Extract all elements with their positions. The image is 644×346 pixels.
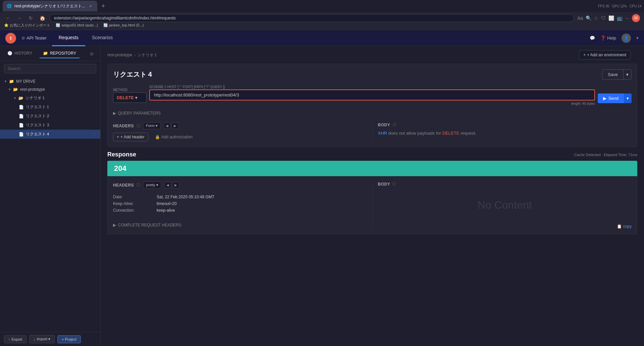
save-button[interactable]: Save [602, 69, 624, 80]
help-label: Help [607, 36, 616, 41]
headers-format-select[interactable]: Form ▾ [143, 122, 161, 129]
request-title-row: リクエスト４ Save ▾ [113, 69, 632, 80]
query-params-toggle[interactable]: ▶ QUERY PARAMETERS [113, 110, 632, 117]
add-header-button[interactable]: + + Add header [113, 133, 148, 141]
request1-file-icon: 📄 [19, 105, 24, 110]
headers-section-header: HEADERS ⓘ Form ▾ ◀ ▶ [113, 122, 367, 129]
refresh-button[interactable]: ↻ [27, 14, 35, 22]
share-icon[interactable]: ⬜ [608, 15, 614, 21]
request4-file-icon: 📄 [19, 132, 24, 137]
tab-scenarios[interactable]: Scenarios [85, 30, 119, 46]
import-button[interactable]: ↓ Import ▾ [29, 335, 55, 343]
complete-request-headers: ▶ COMPLETE REQUEST HEADERS [113, 221, 367, 229]
breadcrumb-rest-prototype[interactable]: rest-prototype [107, 53, 132, 57]
search-input[interactable] [4, 64, 96, 73]
send-arrow-icon: ▶ [603, 96, 606, 101]
request2-file-icon: 📄 [19, 114, 24, 119]
url-input[interactable] [149, 89, 595, 100]
main-layout: 🕐 HISTORY 📁 REPOSITORY ⊙ ▼ 📁 MY DRIVE [0, 46, 644, 346]
my-drive-icon: 📁 [9, 79, 14, 84]
url-length: length: 45 bytes [149, 102, 595, 106]
lock-icon: 🔒 [155, 135, 160, 139]
bookmark-seigyo[interactable]: 🔄 seigyo01.html (auto...) [56, 23, 98, 27]
content-area: rest-prototype › シナリオ１ + + Add an enviro… [101, 46, 644, 346]
response-headers: HEADERS ⓘ pretty ▾ ◀ ▶ [113, 182, 367, 229]
arrow-left-button[interactable]: ◀ [163, 123, 171, 129]
breadcrumb-scenario1[interactable]: シナリオ１ [138, 52, 158, 58]
active-tab[interactable]: 🌐 rest-prototype/シナリオ１/リクエスト... ✕ [3, 1, 97, 11]
request4-more-icon[interactable]: ⋮ [93, 132, 96, 136]
star-icon[interactable]: ☆ [594, 15, 598, 21]
header-val-keepalive: timeout=20 [157, 201, 177, 206]
bookmark-import[interactable]: ⭐ お気に入りのインポート [4, 23, 50, 28]
save-dropdown-button[interactable]: ▾ [624, 69, 632, 80]
response-body-info-icon[interactable]: ⓘ [392, 182, 396, 187]
help-button[interactable]: ❓ Help [600, 36, 616, 41]
tree-request1[interactable]: 📄 リクエスト１ [0, 102, 100, 112]
tab-close-button[interactable]: ✕ [88, 3, 93, 9]
copy-button[interactable]: 📋 copy [617, 224, 632, 229]
breadcrumb-area: rest-prototype › シナリオ１ + + Add an enviro… [101, 46, 644, 60]
body-info-icon[interactable]: ⓘ [393, 122, 396, 127]
tree-request4[interactable]: 📄 リクエスト４ ⋮ [0, 130, 100, 139]
header-key-connection: Connection: [113, 208, 157, 213]
sidebar-tab-repository[interactable]: 📁 REPOSITORY [40, 49, 79, 58]
rest-prototype-label: rest-prototype [20, 87, 45, 92]
body-message-post: request. [461, 131, 476, 136]
home-button[interactable]: 🏠 [38, 14, 46, 22]
new-tab-button[interactable]: + [99, 1, 108, 11]
new-project-button[interactable]: + Project [57, 335, 81, 343]
headers-info-icon[interactable]: ⓘ [137, 123, 140, 128]
request-title: リクエスト４ [113, 70, 602, 79]
response-headers-info-icon[interactable]: ⓘ [137, 183, 140, 188]
arrow-nav: ◀ ▶ [163, 123, 179, 129]
response-arrow-left-button[interactable]: ◀ [164, 182, 171, 188]
app-name-icon: ⚙ [21, 36, 25, 41]
header-val-date: Sat, 22 Feb 2025 05:10:48 GMT [157, 195, 214, 199]
tree-request3[interactable]: 📄 リクエスト３ [0, 121, 100, 130]
tree-request2[interactable]: 📄 リクエスト２ [0, 112, 100, 121]
more-icon[interactable]: ··· [625, 15, 629, 21]
zoom-icon[interactable]: 🔍 [586, 15, 591, 21]
tab-bar: 🌐 rest-prototype/シナリオ１/リクエスト... ✕ + FPS … [0, 0, 644, 12]
translate-icon[interactable]: Aa [577, 15, 583, 21]
cast-icon[interactable]: 📺 [617, 15, 623, 21]
fps-info: FPS 30 GPU 12% CPU 14 [598, 4, 641, 8]
tree-scenario1[interactable]: ▼ 📂 シナリオ１ [0, 93, 100, 102]
tree-rest-prototype[interactable]: ▼ 📂 rest-prototype [0, 85, 100, 93]
forward-button[interactable]: → [15, 14, 23, 22]
add-environment-button[interactable]: + + Add an environment [579, 50, 631, 60]
export-button[interactable]: ↑ Export [4, 335, 26, 343]
sidebar-tab-history[interactable]: 🕐 HISTORY [4, 49, 36, 58]
complete-req-arrow-icon: ▶ [113, 223, 116, 227]
url-label: SCHEME // HOST [":" PORT] [PATH ["?" QUE… [149, 85, 595, 89]
send-dropdown-button[interactable]: ▾ [624, 93, 632, 103]
history-label: HISTORY [14, 51, 32, 56]
user-avatar[interactable]: 👤 [622, 33, 631, 43]
tree-arrow-down: ▼ [4, 80, 7, 83]
send-button[interactable]: ▶ Send [598, 93, 624, 103]
complete-req-toggle[interactable]: ▶ COMPLETE REQUEST HEADERS [113, 221, 367, 229]
tree-my-drive[interactable]: ▼ 📁 MY DRIVE [0, 77, 100, 85]
back-button[interactable]: ← [4, 14, 12, 22]
add-auth-button[interactable]: 🔒 Add authorization [152, 133, 195, 141]
response-arrow-nav: ◀ ▶ [164, 182, 179, 188]
breadcrumb-sep1: › [134, 53, 136, 58]
sidebar-extra-button[interactable]: ⊙ [87, 49, 96, 58]
query-params-label: QUERY PARAMETERS [118, 111, 161, 116]
profile-icon[interactable]: M [632, 14, 640, 22]
method-select[interactable]: DELETE ▾ [113, 92, 147, 103]
address-input[interactable] [50, 14, 574, 22]
bookmark-janken[interactable]: 🔄 janken_top.html (5...) [103, 23, 144, 27]
notification-icon[interactable]: 💬 [590, 36, 595, 41]
response-header-connection: Connection: keep-alive [113, 208, 367, 213]
chevron-down-icon[interactable]: ▾ [636, 36, 639, 41]
tab-requests[interactable]: Requests [52, 30, 85, 46]
scenario1-folder-icon: 📂 [18, 96, 23, 100]
shield-icon[interactable]: 🛡 [601, 15, 606, 21]
response-title: Response [107, 151, 574, 158]
arrow-right-button[interactable]: ▶ [171, 123, 179, 129]
response-arrow-right-button[interactable]: ▶ [172, 182, 179, 188]
request3-label: リクエスト３ [26, 122, 50, 128]
response-format-select[interactable]: pretty ▾ [143, 182, 161, 189]
